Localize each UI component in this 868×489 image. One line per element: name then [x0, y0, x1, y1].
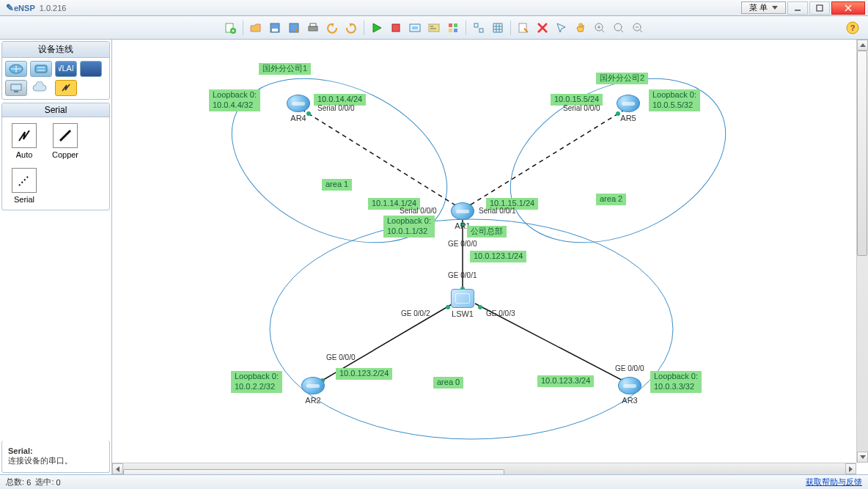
node-ar2[interactable]: AR2 [301, 377, 325, 405]
scroll-right-button[interactable] [845, 463, 856, 474]
tag-ip-ar3: 10.0.123.3/24 [537, 375, 594, 387]
svg-rect-9 [392, 24, 400, 32]
svg-rect-29 [14, 91, 18, 92]
zoom-out-button[interactable] [630, 20, 646, 36]
svg-rect-14 [454, 23, 457, 27]
svg-rect-12 [429, 24, 439, 32]
svg-line-35 [301, 109, 463, 210]
tag-lo-ar5: Loopback 0: 10.0.5.5/32 [649, 89, 700, 111]
tag-ip-ar2: 10.0.123.2/24 [336, 368, 392, 380]
node-ar5[interactable]: AR5 [617, 95, 640, 122]
plabel-lsw-g002: GE 0/0/2 [401, 309, 430, 317]
svg-rect-17 [474, 23, 478, 27]
tag-lo-ar3: Loopback 0: 10.0.3.3/32 [650, 371, 702, 393]
status-bar: 总数: 6 选中: 0 获取帮助与反馈 [0, 474, 868, 489]
save-button[interactable] [267, 20, 283, 36]
sidebar: 设备连线 WLAN Serial Auto Copper [0, 40, 112, 474]
device-panel: 设备连线 WLAN [1, 41, 110, 100]
minimize-button[interactable] [787, 1, 808, 15]
serial-panel: Serial Auto Copper Serial [1, 103, 110, 210]
delete-button[interactable] [534, 20, 551, 36]
pan-button[interactable] [573, 20, 589, 36]
vertical-scrollbar[interactable] [856, 40, 868, 463]
svg-rect-1 [817, 5, 823, 11]
menu-button[interactable]: 菜 单 [741, 1, 786, 14]
save-as-button[interactable] [286, 20, 302, 36]
print-button[interactable] [305, 20, 321, 36]
tag-company1: 国外分公司1 [259, 63, 311, 75]
hint-body: 连接设备的串口。 [8, 456, 73, 465]
node-ar3[interactable]: AR3 [618, 377, 641, 405]
select-button[interactable] [553, 20, 570, 36]
svg-rect-26 [35, 65, 47, 73]
tag-hq: 公司总部 [467, 226, 507, 238]
plabel-ar2-g000: GE 0/0/0 [326, 353, 355, 361]
zoom-in-button[interactable] [592, 20, 608, 36]
auto-tool[interactable]: Auto [8, 123, 40, 159]
redo-button[interactable] [343, 20, 359, 36]
edit-button[interactable] [515, 20, 532, 36]
router-category-icon[interactable] [5, 61, 27, 77]
status-total-label: 总数: [6, 477, 24, 488]
status-total: 6 [26, 478, 31, 487]
svg-point-48 [478, 305, 482, 309]
switch-category-icon[interactable] [30, 61, 52, 77]
plabel-lsw-g003: GE 0/0/3 [486, 309, 515, 317]
maximize-button[interactable] [809, 1, 830, 15]
svg-rect-11 [412, 26, 418, 29]
hint-panel: Serial: 连接设备的串口。 [1, 441, 110, 473]
svg-rect-13 [449, 23, 452, 27]
vertical-thumb[interactable] [857, 51, 867, 256]
copper-tool[interactable]: Copper [49, 123, 81, 159]
svg-rect-7 [309, 26, 317, 31]
horizontal-thumb[interactable] [123, 469, 504, 475]
serial-tool[interactable]: Serial [8, 168, 40, 204]
plabel-ar1-g000: GE 0/0/0 [448, 240, 477, 248]
cli-button[interactable] [426, 20, 442, 36]
zoom-fit-button[interactable] [471, 20, 487, 36]
device-panel-title: 设备连线 [2, 42, 109, 58]
wlan-category-icon[interactable]: WLAN [55, 61, 77, 77]
toolbar: ? [0, 16, 868, 40]
help-button[interactable]: ? [845, 20, 861, 36]
app-logo: ✎eNSP [6, 2, 35, 13]
open-button[interactable] [248, 20, 264, 36]
firewall-category-icon[interactable] [80, 61, 102, 77]
palette-button[interactable] [445, 20, 461, 36]
pc-category-icon[interactable] [5, 80, 27, 96]
plabel-ar1-s001: Serial 0/0/1 [479, 207, 516, 215]
tag-lo-ar1: Loopback 0: 10.0.1.1/32 [383, 216, 435, 238]
svg-line-31 [19, 175, 29, 185]
help-feedback-link[interactable]: 获取帮助与反馈 [806, 477, 862, 488]
svg-rect-19 [519, 23, 526, 32]
plabel-ar3-g000: GE 0/0/0 [615, 364, 644, 372]
grid-button[interactable] [490, 20, 506, 36]
undo-button[interactable] [324, 20, 340, 36]
connection-category-icon[interactable] [55, 80, 77, 96]
zoom-reset-button[interactable] [611, 20, 627, 36]
svg-point-32 [205, 46, 473, 275]
plabel-ar4-s000: Serial 0/0/0 [317, 104, 355, 112]
close-button[interactable] [831, 1, 865, 15]
status-sel: 0 [56, 478, 61, 487]
new-topo-button[interactable] [222, 20, 238, 36]
horizontal-scrollbar[interactable] [112, 463, 856, 474]
start-button[interactable] [369, 20, 385, 36]
svg-point-21 [614, 23, 622, 31]
svg-text:?: ? [850, 23, 856, 32]
node-lsw1[interactable]: LSW1 [451, 289, 474, 318]
tag-area0: area 0 [433, 377, 463, 389]
scroll-down-button[interactable] [857, 452, 868, 463]
plabel-ar5-s000: Serial 0/0/0 [563, 104, 600, 112]
scroll-up-button[interactable] [857, 40, 868, 51]
svg-rect-15 [449, 29, 452, 32]
cloud-category-icon[interactable] [30, 80, 52, 96]
scroll-left-button[interactable] [112, 463, 123, 474]
svg-rect-8 [310, 23, 316, 26]
plabel-lsw-g001: GE 0/0/1 [448, 271, 477, 279]
canvas-area[interactable]: AR4 AR5 AR1 LSW1 AR2 AR3 国外分公司1 国外分公司2 公… [112, 40, 868, 474]
capture-button[interactable] [407, 20, 423, 36]
node-ar4[interactable]: AR4 [287, 95, 310, 122]
svg-text:WLAN: WLAN [59, 64, 73, 73]
stop-button[interactable] [388, 20, 404, 36]
